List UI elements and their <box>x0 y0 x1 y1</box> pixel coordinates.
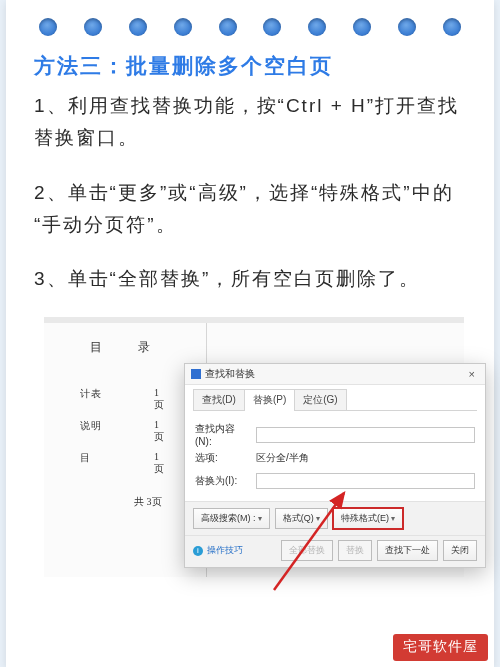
format-button[interactable]: 格式(Q) <box>275 508 328 529</box>
step-2: 2、单击“更多”或“高级”，选择“特殊格式”中的“手动分页符”。 <box>34 177 466 242</box>
app-icon <box>191 369 201 379</box>
article-content: 方法三：批量删除多个空白页 1、利用查找替换功能，按“Ctrl + H”打开查找… <box>6 44 494 582</box>
toc-row: 说明 1 页 <box>80 419 102 433</box>
tab-replace[interactable]: 替换(P) <box>244 389 295 411</box>
step-1: 1、利用查找替换功能，按“Ctrl + H”打开查找替换窗口。 <box>34 90 466 155</box>
dialog-tabs: 查找(D) 替换(P) 定位(G) <box>185 385 485 411</box>
step-3: 3、单击“全部替换”，所有空白页删除了。 <box>34 263 466 295</box>
close-icon[interactable]: × <box>465 368 479 380</box>
embedded-screenshot: 目 录 计表 1 页 说明 1 页 目 1 页 共 3页 <box>34 317 466 582</box>
toc-total: 共 3页 <box>134 495 162 509</box>
dialog-button-row-1: 高级搜索(M) : 格式(Q) 特殊格式(E) <box>185 501 485 535</box>
replace-button[interactable]: 替换 <box>338 540 372 561</box>
options-text: 区分全/半角 <box>256 451 309 465</box>
dialog-footer: i 操作技巧 全部替换 替换 查找下一处 关闭 <box>185 535 485 567</box>
more-button[interactable]: 高级搜索(M) : <box>193 508 270 529</box>
tab-goto[interactable]: 定位(G) <box>294 389 346 411</box>
tip-icon: i <box>193 546 203 556</box>
input-findwhat[interactable] <box>256 427 475 443</box>
toc-title: 目 录 <box>90 339 162 356</box>
watermark-badge: 宅哥软件屋 <box>393 634 488 661</box>
label-findwhat: 查找内容(N): <box>195 422 250 447</box>
special-format-button[interactable]: 特殊格式(E) <box>333 508 403 529</box>
toc-row: 目 1 页 <box>80 451 91 465</box>
replace-all-button[interactable]: 全部替换 <box>281 540 333 561</box>
tip-text[interactable]: 操作技巧 <box>207 544 243 557</box>
find-next-button[interactable]: 查找下一处 <box>377 540 438 561</box>
find-replace-dialog: 查找和替换 × 查找(D) 替换(P) 定位(G) 查找内容(N): <box>184 363 486 568</box>
dialog-form: 查找内容(N): 选项: 区分全/半角 替换为(I): <box>185 412 485 501</box>
dialog-title: 查找和替换 <box>205 367 255 381</box>
tab-find[interactable]: 查找(D) <box>193 389 245 411</box>
close-button[interactable]: 关闭 <box>443 540 477 561</box>
dialog-titlebar: 查找和替换 × <box>185 364 485 385</box>
label-options: 选项: <box>195 451 250 465</box>
label-replacewith: 替换为(I): <box>195 474 250 488</box>
spiral-binding <box>6 0 494 44</box>
notebook-page: 方法三：批量删除多个空白页 1、利用查找替换功能，按“Ctrl + H”打开查找… <box>6 0 494 667</box>
section-heading: 方法三：批量删除多个空白页 <box>34 52 466 80</box>
toc-row: 计表 1 页 <box>80 387 102 401</box>
input-replacewith[interactable] <box>256 473 475 489</box>
